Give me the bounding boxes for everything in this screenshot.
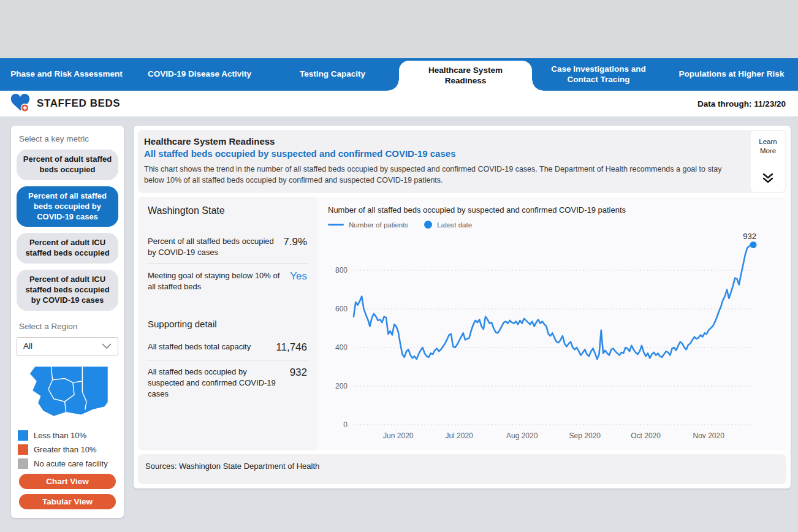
stat-label: All staffed beds total capacity <box>148 341 276 354</box>
region-dropdown-value: All <box>23 341 32 351</box>
nav-tab[interactable]: Testing Capacity <box>266 58 399 91</box>
legend-swatch <box>18 444 28 455</box>
metric-button-label: Percent of adult staffed beds occupied <box>23 154 112 174</box>
main-body: Washington State Percent of all staffed … <box>138 197 786 450</box>
nav-tab-label: Healthcare System Readiness <box>408 66 523 86</box>
nav-tab-label: COVID-19 Disease Activity <box>148 69 251 80</box>
chart-legend: Number of patients Latest date <box>328 221 783 229</box>
metric-button[interactable]: Percent of adult ICU staffed beds occupi… <box>17 270 118 311</box>
key-metric-label: Select a key metric <box>19 134 118 143</box>
metric-button[interactable]: Percent of adult ICU staffed beds occupi… <box>17 233 118 264</box>
nav-tab[interactable]: Phase and Risk Assessment <box>0 58 133 91</box>
view-button-label: Chart View <box>46 477 89 486</box>
supporting-stats: All staffed beds total capacity 11,746 A… <box>146 335 308 405</box>
map-legend: Less than 10% Greater than 10% No acute … <box>17 430 118 469</box>
section-title: Healthcare System Readiness <box>144 136 737 146</box>
top-band <box>0 0 798 58</box>
metric-button[interactable]: Percent of adult staffed beds occupied <box>17 150 118 180</box>
region-dropdown[interactable]: All <box>17 337 118 355</box>
sources-strip: Sources: Washington State Department of … <box>138 454 786 484</box>
stat-label: Meeting goal of staying below 10% of all… <box>148 270 290 292</box>
svg-text:Sep 2020: Sep 2020 <box>569 431 601 440</box>
page-title: STAFFED BEDS <box>37 97 120 110</box>
map-legend-item: Less than 10% <box>18 430 117 441</box>
legend-swatch <box>18 430 28 441</box>
stat-row: Percent of all staffed beds occupied by … <box>146 230 308 264</box>
map-legend-item: Greater than 10% <box>18 444 117 455</box>
svg-text:0: 0 <box>343 420 348 429</box>
metric-button[interactable]: Percent of all staffed beds occupied by … <box>17 186 118 227</box>
metric-button-label: Percent of adult ICU staffed beds occupi… <box>25 275 109 305</box>
nav-tab[interactable]: COVID-19 Disease Activity <box>133 58 266 91</box>
dot-swatch <box>424 221 432 229</box>
metric-button-list: Percent of adult staffed beds occupiedPe… <box>17 150 118 311</box>
stat-value: 932 <box>290 367 307 399</box>
stat-value: Yes <box>290 270 307 292</box>
svg-text:400: 400 <box>335 343 348 352</box>
key-stats: Percent of all staffed beds occupied by … <box>146 230 308 298</box>
chart-description: This chart shows the trend in the number… <box>144 164 732 186</box>
metric-button-label: Percent of adult ICU staffed beds occupi… <box>25 238 109 257</box>
svg-text:Jul 2020: Jul 2020 <box>445 431 473 440</box>
main-header-text: Healthcare System Readiness All staffed … <box>138 130 746 193</box>
learn-more-button[interactable]: Learn More <box>751 131 785 192</box>
legend-label: Less than 10% <box>34 431 86 440</box>
stat-row: All staffed beds occupied by suspected a… <box>146 360 308 405</box>
chart-legend-label: Number of patients <box>349 221 408 229</box>
view-button[interactable]: Chart View <box>19 474 116 489</box>
data-through-label: Data through: 11/23/20 <box>697 99 786 108</box>
stats-region-title: Washington State <box>148 205 308 216</box>
stat-label: Percent of all staffed beds occupied by … <box>148 236 283 257</box>
nav-tab[interactable]: Case Investigations and Contact Tracing <box>532 58 665 91</box>
stat-value: 11,746 <box>276 341 307 354</box>
chart-legend-label: Latest date <box>437 221 472 229</box>
view-button-group: Chart ViewTabular View <box>17 474 118 509</box>
stat-row: Meeting goal of staying below 10% of all… <box>146 264 308 298</box>
brand: STAFFED BEDS <box>10 93 120 115</box>
stat-row: All staffed beds total capacity 11,746 <box>146 335 308 360</box>
learn-more-label: Learn More <box>753 137 783 156</box>
chart-title: Number of all staffed beds occupied by s… <box>328 205 783 215</box>
view-button[interactable]: Tabular View <box>19 494 116 509</box>
region-label: Select a Region <box>19 322 118 331</box>
nav-tab[interactable]: Healthcare System Readiness <box>399 61 532 91</box>
region-block: Select a Region All <box>17 322 118 355</box>
legend-swatch <box>18 458 28 469</box>
chevron-down-icon <box>102 341 112 351</box>
chart-area: Number of all staffed beds occupied by s… <box>317 197 786 450</box>
sources-text: Sources: Washington State Department of … <box>145 462 319 471</box>
main-card: Healthcare System Readiness All staffed … <box>134 126 791 488</box>
view-button-label: Tabular View <box>42 497 93 506</box>
svg-text:Nov 2020: Nov 2020 <box>693 431 725 440</box>
map-legend-item: No acute care facility <box>18 458 117 469</box>
nav-tab-label: Case Investigations and Contact Tracing <box>541 64 656 85</box>
svg-text:Jun 2020: Jun 2020 <box>383 431 414 440</box>
legend-label: Greater than 10% <box>34 445 97 454</box>
metric-button-label: Percent of all staffed beds occupied by … <box>28 191 107 221</box>
nav-tab-label: Populations at Higher Risk <box>679 69 785 80</box>
heart-plus-icon <box>10 93 31 115</box>
sidebar: Select a key metric Percent of adult sta… <box>11 126 124 518</box>
chart-legend-item: Number of patients <box>328 221 408 229</box>
double-chevron-down-icon <box>762 173 773 186</box>
nav-tab-label: Testing Capacity <box>300 69 365 80</box>
nav-tab[interactable]: Populations at Higher Risk <box>665 58 798 91</box>
svg-text:800: 800 <box>335 266 348 275</box>
header-strip: STAFFED BEDS Data through: 11/23/20 <box>0 91 798 116</box>
washington-map[interactable] <box>17 363 118 425</box>
chart-subtitle: All staffed beds occupied by suspected a… <box>144 148 737 159</box>
legend-label: No acute care facility <box>34 459 108 468</box>
svg-text:932: 932 <box>743 232 756 241</box>
svg-text:Aug 2020: Aug 2020 <box>506 431 538 440</box>
main-nav: Phase and Risk AssessmentCOVID-19 Diseas… <box>0 58 798 91</box>
svg-text:Oct 2020: Oct 2020 <box>631 431 661 440</box>
chart-legend-item: Latest date <box>424 221 472 229</box>
line-swatch <box>328 224 344 226</box>
content: Select a key metric Percent of adult sta… <box>0 116 798 518</box>
svg-text:200: 200 <box>335 382 348 390</box>
line-chart[interactable]: 0200400600800Jun 2020Jul 2020Aug 2020Sep… <box>327 230 763 446</box>
svg-text:600: 600 <box>335 305 348 313</box>
stat-value: 7.9% <box>283 236 307 257</box>
nav-tab-label: Phase and Risk Assessment <box>10 69 123 80</box>
main-header: Healthcare System Readiness All staffed … <box>138 130 786 193</box>
